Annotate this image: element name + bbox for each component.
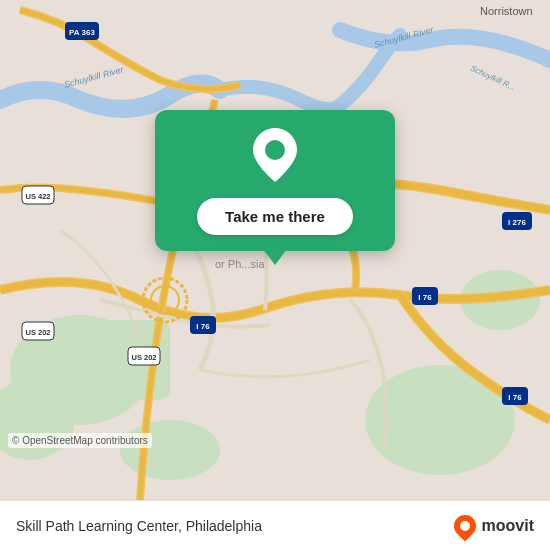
take-me-there-button[interactable]: Take me there <box>197 198 353 235</box>
map-container: PA 363 US 422 US 202 I 276 I 76 I 76 I 7… <box>0 0 550 500</box>
osm-credit: © OpenStreetMap contributors <box>8 433 152 448</box>
moovit-logo: moovit <box>454 515 534 537</box>
svg-point-32 <box>265 140 285 160</box>
svg-text:PA 363: PA 363 <box>69 28 95 37</box>
svg-text:or Ph...sia: or Ph...sia <box>215 258 265 270</box>
popup-card: Take me there <box>155 110 395 251</box>
bottom-bar: Skill Path Learning Center, Philadelphia… <box>0 500 550 550</box>
location-pin-icon <box>253 128 297 182</box>
moovit-text: moovit <box>482 517 534 535</box>
svg-text:Norristown: Norristown <box>480 5 533 17</box>
moovit-pin-icon <box>449 510 480 541</box>
svg-text:US 202: US 202 <box>131 353 156 362</box>
svg-text:I 276: I 276 <box>508 218 526 227</box>
svg-text:US 422: US 422 <box>25 192 50 201</box>
svg-point-5 <box>120 420 220 480</box>
svg-text:I 76: I 76 <box>508 393 522 402</box>
svg-text:I 76: I 76 <box>418 293 432 302</box>
svg-text:US 202: US 202 <box>25 328 50 337</box>
location-label: Skill Path Learning Center, Philadelphia <box>16 518 262 534</box>
location-pin-wrapper <box>253 128 297 186</box>
svg-text:I 76: I 76 <box>196 322 210 331</box>
